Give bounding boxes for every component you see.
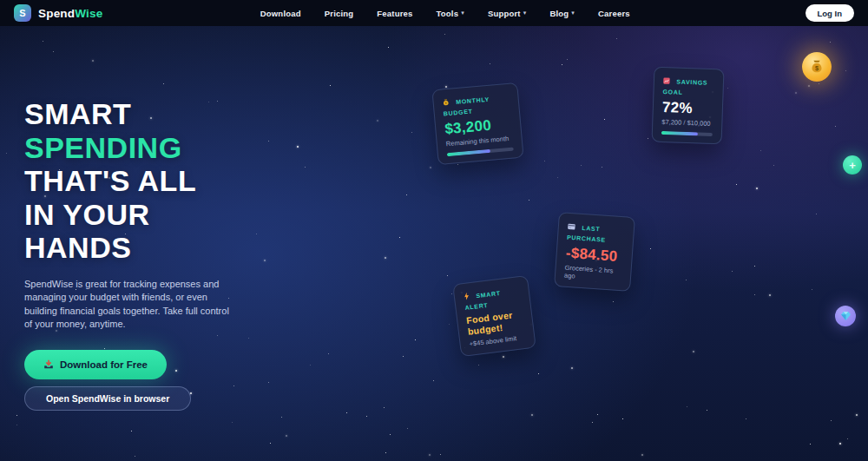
download-free-button[interactable]: Download for Free <box>24 350 167 379</box>
add-button[interactable]: + <box>843 155 862 175</box>
star <box>232 422 233 423</box>
chevron-down-icon: ▾ <box>461 10 464 16</box>
navbar: S SpendWise Download Pricing Features To… <box>0 0 868 26</box>
star <box>567 59 568 60</box>
star <box>592 422 593 423</box>
star <box>440 454 441 455</box>
star <box>531 414 533 416</box>
star <box>92 60 94 62</box>
star <box>597 414 598 415</box>
headline-line: IN YOUR <box>24 198 276 232</box>
money-bag-icon: $ <box>442 92 457 108</box>
star <box>286 435 287 437</box>
star <box>602 167 602 168</box>
progress-bar <box>661 131 713 136</box>
star <box>407 428 408 429</box>
star <box>686 280 687 280</box>
star <box>384 407 385 408</box>
star <box>330 85 331 86</box>
headline-line-accent: SPENDING <box>24 131 276 165</box>
star <box>571 367 573 369</box>
star <box>581 165 582 166</box>
star <box>736 184 737 185</box>
star <box>641 454 643 456</box>
progress-fill <box>447 149 490 156</box>
chart-up-icon <box>663 71 677 87</box>
star <box>819 83 819 84</box>
gem-icon <box>841 312 851 320</box>
headline-line: SMART <box>24 97 276 131</box>
nav-item-careers[interactable]: Careers <box>598 9 630 18</box>
card-caption: Groceries - 2 hrs ago <box>564 264 622 284</box>
star <box>847 438 848 439</box>
star <box>622 418 623 419</box>
brand-logo[interactable]: S SpendWise <box>14 4 102 22</box>
login-button[interactable]: Log In <box>806 4 855 22</box>
star <box>604 119 605 120</box>
star <box>429 454 431 456</box>
star <box>746 418 746 419</box>
star <box>687 406 687 407</box>
nav-item-blog[interactable]: Blog▾ <box>549 9 575 18</box>
nav-item-support[interactable]: Support▾ <box>488 9 527 18</box>
star <box>693 351 694 352</box>
star <box>377 120 378 122</box>
star <box>281 417 282 418</box>
star <box>812 289 812 290</box>
lightning-icon <box>463 286 477 302</box>
progress-bar <box>447 148 514 157</box>
star <box>830 42 831 43</box>
progress-fill <box>661 131 699 135</box>
svg-text:$: $ <box>445 102 447 105</box>
spendwise-landing-page: S SpendWise Download Pricing Features To… <box>0 0 868 461</box>
star <box>490 63 490 64</box>
star <box>390 434 391 435</box>
star <box>727 88 728 89</box>
card-value: 72% <box>662 99 714 118</box>
star <box>366 416 367 417</box>
logo-s-icon: S <box>14 4 31 22</box>
savings-goal-card: SAVINGS GOAL 72% $7,200 / $10,000 <box>652 67 725 145</box>
star <box>478 365 479 366</box>
star <box>544 161 545 161</box>
star <box>449 324 450 325</box>
smart-alert-card: SMART ALERT Food over budget! +$45 above… <box>452 275 536 357</box>
gem-button[interactable] <box>835 306 856 326</box>
credit-card-icon <box>568 217 583 233</box>
star <box>411 132 412 133</box>
headline-line: THAT'S ALL <box>24 164 276 198</box>
star <box>760 150 761 151</box>
star <box>444 34 445 35</box>
star <box>769 294 771 296</box>
star <box>135 456 135 457</box>
star <box>346 412 347 413</box>
star <box>795 92 797 94</box>
star <box>613 301 614 302</box>
star <box>445 86 447 88</box>
headline-line: HANDS <box>24 231 276 265</box>
star <box>43 41 43 42</box>
star <box>131 431 132 431</box>
star <box>538 373 539 374</box>
brand-name: SpendWise <box>38 7 102 20</box>
star <box>529 200 529 201</box>
star <box>447 275 448 276</box>
star <box>385 452 386 453</box>
cta-row: Download for Free Open SpendWise in brow… <box>24 332 276 411</box>
nav-item-download[interactable]: Download <box>260 9 301 18</box>
nav-item-features[interactable]: Features <box>377 9 412 18</box>
chevron-down-icon: ▾ <box>571 10 575 16</box>
star <box>403 356 404 357</box>
hero-section: SMART SPENDING THAT'S ALL IN YOUR HANDS … <box>24 97 276 411</box>
card-value: -$84.50 <box>565 245 623 267</box>
star <box>562 64 562 65</box>
star <box>406 194 407 195</box>
star <box>430 167 431 168</box>
star <box>810 444 811 445</box>
star <box>835 126 836 127</box>
nav-item-tools[interactable]: Tools▾ <box>437 9 464 18</box>
nav-item-pricing[interactable]: Pricing <box>325 9 354 18</box>
chevron-down-icon: ▾ <box>523 10 527 16</box>
open-in-browser-button[interactable]: Open SpendWise in browser <box>24 386 191 411</box>
star <box>707 410 707 411</box>
